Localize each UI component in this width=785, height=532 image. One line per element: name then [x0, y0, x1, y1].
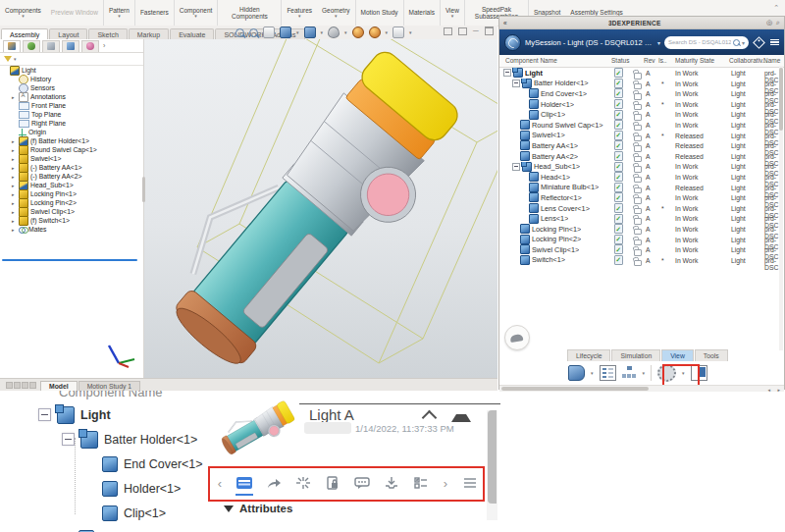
feature-tree-item-head-sub-1[interactable]: ▸Head_Sub<1>	[0, 181, 143, 189]
toolbar-components[interactable]: Components▾	[0, 0, 46, 26]
col-name[interactable]: Name	[763, 57, 780, 64]
dx-row-locking-pin-1[interactable]: Locking Pin<1>AIn WorkLightprd-DSC	[499, 224, 784, 235]
dx-row-swivel-clip-1[interactable]: Swivel Clip<1>AIn WorkLightprd-DSC	[499, 244, 784, 255]
tab-markup[interactable]: Markup	[129, 28, 169, 39]
search-dropdown-icon[interactable]: ▾	[742, 39, 745, 46]
feature-tree-item-swivel-1[interactable]: ▸Swivel<1>	[0, 154, 143, 163]
toolbar-view[interactable]: View▾	[440, 0, 464, 26]
expand-arrow-icon[interactable]: ▸	[12, 174, 17, 180]
dx-row-light[interactable]: LightAIn WorkLightprd-DSC	[499, 68, 784, 79]
expand-arrow-icon[interactable]: ▸	[12, 183, 17, 188]
component-display-icon[interactable]	[568, 365, 585, 381]
dropdown-arrow-icon[interactable]: ▾	[591, 371, 594, 376]
list-view-icon[interactable]	[600, 365, 616, 381]
feature-tree-item-mates[interactable]: ▸Mates	[0, 225, 143, 234]
expand-arrow-icon[interactable]: ▸	[12, 138, 17, 144]
assistant-icon[interactable]	[504, 325, 530, 350]
dropdown-arrow-icon[interactable]: ▾	[643, 371, 646, 376]
dx-horizontal-scrollbar[interactable]: ◂ ▸	[499, 385, 784, 392]
tab-propertymanager[interactable]	[23, 40, 40, 52]
display-style-icon[interactable]	[304, 27, 316, 38]
scroll-right-icon[interactable]: ▸	[777, 387, 780, 393]
hide-show-icon[interactable]	[328, 27, 340, 38]
col-rev[interactable]: Rev	[644, 57, 655, 64]
session-label[interactable]: MySession - Light (DS - DSQRL012 - EU...	[525, 38, 654, 47]
dx-row-holder-1[interactable]: Holder<1>A*In WorkLightprd-DSC	[499, 99, 784, 110]
pin-popup-icon[interactable]	[451, 414, 471, 422]
feature-tree-item-locking-pin-1[interactable]: ▸Locking Pin<1>	[0, 189, 143, 198]
feature-tree-item-top-plane[interactable]: Top Plane	[0, 110, 143, 119]
toolbar-features[interactable]: Features▾	[281, 0, 317, 26]
col-component-name[interactable]: Component Name	[505, 57, 557, 64]
collapse-toolbar-icon[interactable]: ⌃	[773, 4, 779, 12]
session-dropdown-icon[interactable]: ▾	[657, 39, 660, 46]
expand-arrow-icon[interactable]: ▸	[12, 218, 17, 224]
toolbar-component[interactable]: Component▾	[174, 0, 218, 26]
rollback-bar[interactable]	[2, 259, 137, 261]
tag-icon[interactable]	[753, 36, 765, 49]
dx-row-end-cover-1[interactable]: End Cover<1>AIn WorkLightprd-DSC	[499, 88, 784, 99]
section-view-icon[interactable]	[263, 27, 275, 38]
dx-row-locking-pin-2[interactable]: Locking Pin<2>AIn WorkLightprd-DSC	[499, 235, 784, 245]
toolbar-motion-study[interactable]: Motion Study	[355, 0, 403, 26]
col-status[interactable]: Status	[611, 57, 629, 64]
tab-assembly[interactable]: Assembly	[1, 28, 48, 39]
graphics-area[interactable]	[143, 39, 497, 378]
expand-arrow-icon[interactable]: ▸	[12, 147, 17, 153]
dx-row-miniature-bulb-1[interactable]: Miniature Bulb<1>AReleasedLightprd-DSC	[499, 183, 784, 193]
dx-row-batter-holder-1[interactable]: Batter Holder<1>A*In WorkLightprd-DSC	[499, 79, 784, 89]
dx-row-reflector-1[interactable]: Reflector<1>AIn WorkLightprd-DSC	[499, 192, 784, 203]
minimize-icon[interactable]: ─	[473, 27, 479, 35]
toolbar-fasteners[interactable]: Fasteners	[134, 0, 174, 26]
expand-arrow-icon[interactable]: ▸	[12, 165, 17, 171]
dx-tab-view[interactable]: View	[661, 349, 694, 361]
bottom-tab-model[interactable]: Model	[40, 381, 78, 391]
scene-icon[interactable]	[369, 27, 381, 38]
expand-box-icon[interactable]	[512, 163, 520, 171]
expand-arrow-icon[interactable]: ▸	[12, 94, 17, 100]
bottom-tab-motion-study-1[interactable]: Motion Study 1	[78, 381, 140, 391]
dx-row-lens-1[interactable]: Lens<1>AIn WorkLightprd-DSC	[499, 213, 784, 224]
view-orientation-icon[interactable]	[280, 27, 291, 38]
feature-tree-item-right-plane[interactable]: Right Plane	[0, 119, 143, 128]
feature-tree-item-round-swivel-cap-1[interactable]: ▸Round Swivel Cap<1>	[0, 145, 143, 154]
pin-icon[interactable]: ⌕	[776, 19, 780, 27]
toolbar-preview-window[interactable]: Preview Window	[46, 0, 103, 26]
dx-search-input[interactable]: Search DS - DSQAL012 ▾	[664, 36, 749, 49]
expand-box-icon[interactable]	[38, 408, 51, 421]
feature-tree-item-locking-pin-2[interactable]: ▸Locking Pin<2>	[0, 198, 143, 207]
attributes-section-header[interactable]: Attributes	[224, 503, 292, 514]
col-is-latest[interactable]: Is..	[658, 57, 667, 64]
dx-vertical-scrollbar[interactable]	[779, 66, 783, 350]
feature-tree-item-history[interactable]: History	[0, 75, 143, 83]
tab-evaluate[interactable]: Evaluate	[170, 28, 214, 39]
dx-row-round-swivel-cap-1[interactable]: Round Swivel Cap<1>AIn WorkLightprd-DSC	[499, 120, 784, 131]
panel-splitter[interactable]	[142, 177, 145, 202]
cascade-icon[interactable]	[458, 27, 467, 35]
expand-arrow-icon[interactable]: ▸	[12, 156, 17, 162]
expand-box-icon[interactable]	[503, 69, 511, 77]
tab-configurations[interactable]	[42, 40, 60, 52]
col-collaborative-space[interactable]: Collaborativ...	[729, 57, 767, 64]
feature-tree-item-f-switch-1[interactable]: ▸(f) Switch<1>	[0, 216, 143, 225]
dx-tab-simulation[interactable]: Simulation	[611, 349, 660, 361]
tree-filter[interactable]: ▾	[0, 53, 143, 66]
restore-icon[interactable]	[485, 27, 494, 35]
dx-row-head-1[interactable]: Head<1>AIn WorkLightprd-DSC	[499, 172, 784, 183]
view-settings-icon[interactable]	[392, 27, 404, 38]
expand-arrow-icon[interactable]: ▸	[12, 191, 17, 197]
feature-tree-item-front-plane[interactable]: Front Plane	[0, 101, 143, 110]
dx-tab-lifecycle[interactable]: Lifecycle	[567, 349, 610, 361]
dx-tab-tools[interactable]: Tools	[695, 349, 728, 361]
tab-layout[interactable]: Layout	[49, 28, 87, 39]
appearance-icon[interactable]	[352, 27, 364, 38]
tab-dimxpert[interactable]	[62, 40, 79, 52]
dx-row-head-sub-1[interactable]: Head_Sub<1>AIn WorkLightprd-DSC	[499, 161, 784, 172]
zoom-fit-icon[interactable]	[236, 28, 244, 37]
dx-row-battery-aa-1[interactable]: Battery AA<1>AReleasedLightprd-DSC	[499, 140, 784, 151]
toolbar-materials[interactable]: Materials	[403, 0, 440, 26]
feature-tree-item-battery-aa-2[interactable]: ▸(-) Battery AA<2>	[0, 172, 143, 181]
popup-scrollbar[interactable]	[487, 410, 497, 520]
feature-tree-item-origin[interactable]: Origin	[0, 128, 143, 136]
toolbar-pattern[interactable]: Pattern▾	[103, 0, 134, 26]
